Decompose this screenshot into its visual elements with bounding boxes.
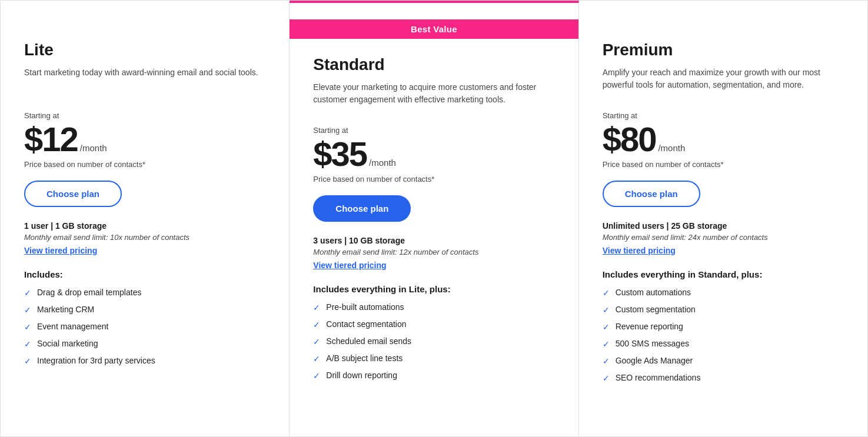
feature-text: 500 SMS messages xyxy=(616,339,689,348)
price-amount-standard: $35 xyxy=(313,137,367,171)
check-icon: ✓ xyxy=(603,356,610,366)
choose-plan-button-standard[interactable]: Choose plan xyxy=(313,195,411,222)
feature-text: Marketing CRM xyxy=(37,305,94,314)
plan-description-standard: Elevate your marketing to acquire more c… xyxy=(313,81,554,114)
check-icon: ✓ xyxy=(24,288,31,298)
check-icon: ✓ xyxy=(313,320,320,329)
send-limit-standard: Monthly email send limit: 12x number of … xyxy=(313,248,554,256)
check-icon: ✓ xyxy=(313,337,320,346)
feature-item: ✓ Custom automations xyxy=(603,288,844,298)
feature-list-premium: ✓ Custom automations ✓ Custom segmentati… xyxy=(603,288,844,383)
feature-text: Event management xyxy=(37,322,108,331)
feature-item: ✓ Marketing CRM xyxy=(24,305,265,315)
starting-at-label-standard: Starting at xyxy=(313,126,554,135)
price-note-lite: Price based on number of contacts* xyxy=(24,160,265,169)
feature-item: ✓ Contact segmentation xyxy=(313,319,554,329)
feature-text: Integration for 3rd party services xyxy=(37,356,155,365)
feature-item: ✓ Integration for 3rd party services xyxy=(24,356,265,366)
feature-item: ✓ Drag & drop email templates xyxy=(24,288,265,298)
price-amount-lite: $12 xyxy=(24,122,78,156)
check-icon: ✓ xyxy=(24,339,31,349)
feature-item: ✓ Social marketing xyxy=(24,339,265,349)
feature-text: Revenue reporting xyxy=(616,322,683,331)
check-icon: ✓ xyxy=(603,322,610,332)
price-row-standard: $35 /month xyxy=(313,137,554,171)
check-icon: ✓ xyxy=(24,305,31,315)
check-icon: ✓ xyxy=(603,339,610,349)
view-tiered-pricing-link-lite[interactable]: View tiered pricing xyxy=(24,246,97,255)
includes-heading-standard: Includes everything in Lite, plus: xyxy=(313,284,554,294)
price-period-standard: /month xyxy=(369,158,396,168)
price-row-premium: $80 /month xyxy=(603,122,844,156)
feature-text: Custom automations xyxy=(616,288,691,297)
plan-specs-premium: Unlimited users | 25 GB storage xyxy=(603,221,844,231)
view-tiered-pricing-link-standard[interactable]: View tiered pricing xyxy=(313,261,386,270)
check-icon: ✓ xyxy=(603,288,610,298)
feature-item: ✓ 500 SMS messages xyxy=(603,339,844,349)
starting-at-label-premium: Starting at xyxy=(603,111,844,120)
feature-item: ✓ Revenue reporting xyxy=(603,322,844,332)
check-icon: ✓ xyxy=(24,322,31,332)
check-icon: ✓ xyxy=(603,373,610,383)
feature-text: Contact segmentation xyxy=(326,319,406,329)
plan-name-lite: Lite xyxy=(24,41,265,59)
feature-item: ✓ Drill down reporting xyxy=(313,371,554,381)
plan-specs-lite: 1 user | 1 GB storage xyxy=(24,221,265,231)
check-icon: ✓ xyxy=(313,303,320,312)
check-icon: ✓ xyxy=(313,354,320,363)
price-period-lite: /month xyxy=(80,143,107,153)
feature-text: A/B subject line tests xyxy=(326,353,403,363)
choose-plan-button-premium[interactable]: Choose plan xyxy=(603,181,700,207)
feature-text: Google Ads Manager xyxy=(616,356,693,365)
view-tiered-pricing-link-premium[interactable]: View tiered pricing xyxy=(603,246,676,255)
feature-text: Drill down reporting xyxy=(326,371,397,380)
plan-specs-standard: 3 users | 10 GB storage xyxy=(313,236,554,245)
send-limit-premium: Monthly email send limit: 24x number of … xyxy=(603,233,844,242)
pricing-container: LiteStart marketing today with award-win… xyxy=(0,0,868,437)
plan-description-premium: Amplify your reach and maximize your gro… xyxy=(603,66,844,99)
feature-text: Social marketing xyxy=(37,339,98,348)
plan-card-premium: PremiumAmplify your reach and maximize y… xyxy=(579,1,867,436)
feature-text: Drag & drop email templates xyxy=(37,288,141,297)
plan-card-standard: Best ValueStandardElevate your marketing… xyxy=(290,1,578,436)
feature-item: ✓ Google Ads Manager xyxy=(603,356,844,366)
feature-list-standard: ✓ Pre-built automations ✓ Contact segmen… xyxy=(313,302,554,381)
choose-plan-button-lite[interactable]: Choose plan xyxy=(24,181,122,207)
price-row-lite: $12 /month xyxy=(24,122,265,156)
feature-item: ✓ Custom segmentation xyxy=(603,305,844,315)
feature-text: Scheduled email sends xyxy=(326,336,411,346)
check-icon: ✓ xyxy=(24,356,31,366)
plan-description-lite: Start marketing today with award-winning… xyxy=(24,66,265,99)
feature-text: Custom segmentation xyxy=(616,305,696,314)
feature-item: ✓ SEO recommendations xyxy=(603,373,844,383)
best-value-banner: Best Value xyxy=(290,19,578,39)
check-icon: ✓ xyxy=(603,305,610,315)
feature-item: ✓ Event management xyxy=(24,322,265,332)
feature-text: Pre-built automations xyxy=(326,302,404,312)
feature-list-lite: ✓ Drag & drop email templates ✓ Marketin… xyxy=(24,288,265,366)
plan-name-standard: Standard xyxy=(313,55,554,74)
price-period-premium: /month xyxy=(658,143,685,153)
price-note-standard: Price based on number of contacts* xyxy=(313,175,554,184)
price-note-premium: Price based on number of contacts* xyxy=(603,160,844,169)
includes-heading-lite: Includes: xyxy=(24,269,265,279)
feature-item: ✓ Pre-built automations xyxy=(313,302,554,312)
feature-item: ✓ A/B subject line tests xyxy=(313,353,554,363)
check-icon: ✓ xyxy=(313,371,320,381)
starting-at-label-lite: Starting at xyxy=(24,111,265,120)
includes-heading-premium: Includes everything in Standard, plus: xyxy=(603,269,844,279)
plan-name-premium: Premium xyxy=(603,41,844,59)
feature-text: SEO recommendations xyxy=(616,373,701,382)
send-limit-lite: Monthly email send limit: 10x number of … xyxy=(24,233,265,242)
feature-item: ✓ Scheduled email sends xyxy=(313,336,554,346)
plan-card-lite: LiteStart marketing today with award-win… xyxy=(1,1,290,436)
price-amount-premium: $80 xyxy=(603,122,656,156)
